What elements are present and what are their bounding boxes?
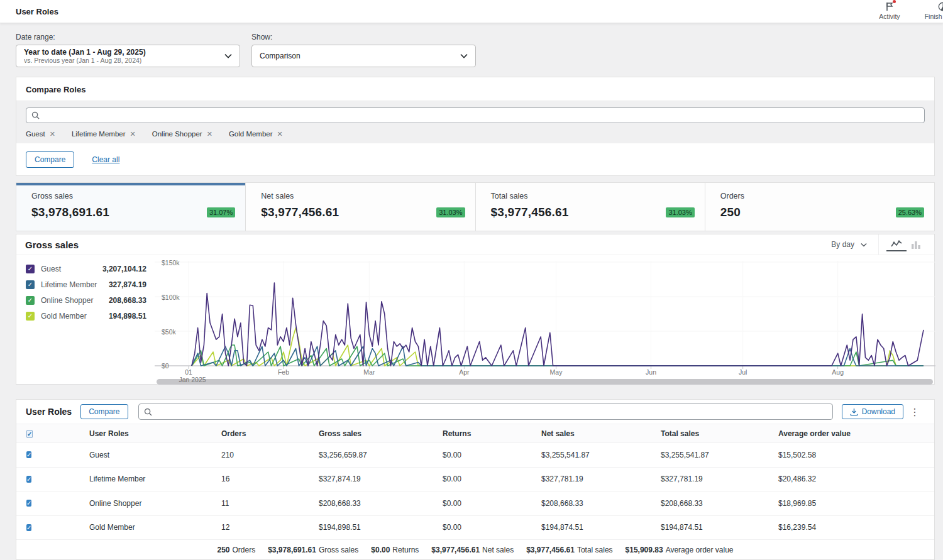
legend-value: 208,668.33 (109, 296, 146, 305)
column-header-user-roles[interactable]: User Roles (89, 429, 221, 438)
row-checkbox[interactable]: ✓ (26, 451, 31, 458)
remove-chip-icon[interactable]: ✕ (207, 131, 212, 138)
role-chip-label: Online Shopper (152, 130, 202, 138)
summary-label: Average order value (666, 546, 734, 554)
table-search-input[interactable] (156, 407, 827, 416)
legend-checkbox[interactable]: ✓ (26, 280, 35, 289)
bar-chart-toggle[interactable] (907, 238, 925, 251)
axis-tick-label: May (550, 368, 563, 376)
cell-aov: $15,502.58 (778, 451, 934, 459)
search-icon (144, 408, 152, 416)
axis-tick-label: $100k (162, 294, 180, 301)
show-select[interactable]: Comparison (251, 45, 476, 67)
column-header-gross-sales[interactable]: Gross sales (319, 429, 443, 438)
legend-item[interactable]: ✓Guest3,207,104.12 (16, 261, 155, 277)
column-header-total-sales[interactable]: Total sales (661, 429, 778, 438)
role-chip: Lifetime Member✕ (72, 130, 136, 138)
cell-name: Lifetime Member (89, 475, 221, 483)
delta-badge: 31.03% (666, 207, 694, 217)
date-range-select[interactable]: Year to date (Jan 1 - Aug 29, 2025) vs. … (16, 45, 240, 67)
delta-badge: 25.63% (896, 207, 924, 217)
show-label: Show: (251, 33, 476, 41)
row-checkbox[interactable]: ✓ (26, 476, 31, 483)
show-filter: Show: Comparison (251, 33, 476, 67)
legend-checkbox[interactable]: ✓ (26, 312, 35, 321)
tile-gross-sales[interactable]: Gross sales $3,978,691.61 31.07% (16, 183, 246, 231)
cell-name: Gold Member (89, 523, 221, 532)
table-search-box (138, 404, 833, 420)
cell-orders: 12 (221, 523, 319, 532)
legend-checkbox[interactable]: ✓ (26, 296, 35, 305)
line-chart-icon (891, 240, 902, 249)
tile-value: $3,977,456.61 (491, 206, 569, 219)
role-chip-label: Lifetime Member (72, 130, 126, 138)
cell-name: Guest (89, 451, 221, 459)
cell-gross: $194,898.51 (319, 523, 443, 532)
cell-orders: 11 (221, 499, 319, 508)
role-chip: Guest✕ (26, 130, 55, 138)
gross-sales-chart-panel: Gross sales By day ✓Guest3,207,104.12✓Li… (16, 234, 935, 385)
legend-value: 3,207,104.12 (102, 265, 146, 273)
axis-tick-label: Jul (739, 368, 747, 376)
legend-item[interactable]: ✓Gold Member194,898.51 (16, 308, 155, 324)
axis-tick-label: Jun (646, 368, 656, 376)
summary-value: $0.00 (371, 546, 390, 554)
axis-tick-label: Jan 2025 (179, 376, 206, 383)
cell-returns: $0.00 (443, 451, 541, 459)
finish-setup-button[interactable]: Finish setup (923, 1, 943, 20)
tile-net-sales[interactable]: Net sales $3,977,456.61 31.03% (246, 183, 475, 231)
line-chart-toggle[interactable] (886, 238, 907, 251)
axis-tick-label: Feb (278, 368, 289, 376)
column-header-orders[interactable]: Orders (221, 429, 319, 438)
chart-horizontal-scrollbar[interactable] (157, 379, 933, 385)
compare-search-input[interactable] (43, 111, 919, 120)
date-range-label: Date range: (16, 33, 240, 41)
column-header-net-sales[interactable]: Net sales (541, 429, 661, 438)
summary-item: $0.00Returns (371, 546, 419, 554)
tile-value: $3,977,456.61 (261, 206, 339, 219)
chevron-down-icon (460, 53, 468, 58)
role-chip-label: Guest (26, 130, 45, 138)
cell-gross: $3,256,659.87 (319, 451, 443, 459)
role-chip: Gold Member✕ (229, 130, 283, 138)
cell-net: $327,781.19 (541, 475, 661, 483)
cell-aov: $20,486.32 (778, 475, 934, 483)
legend-label: Guest (41, 265, 61, 273)
interval-select[interactable]: By day (831, 240, 867, 249)
tile-orders[interactable]: Orders 250 25.63% (705, 183, 934, 231)
column-header-average-order-value[interactable]: Average order value (778, 429, 934, 438)
table-menu-kebab-icon[interactable]: ⋮ (905, 406, 925, 418)
row-checkbox[interactable]: ✓ (26, 500, 31, 507)
remove-chip-icon[interactable]: ✕ (130, 131, 136, 138)
remove-chip-icon[interactable]: ✕ (277, 131, 283, 138)
chart-title: Gross sales (25, 239, 79, 250)
legend-value: 194,898.51 (109, 312, 146, 321)
column-header-returns[interactable]: Returns (443, 429, 541, 438)
divider (878, 234, 879, 255)
compare-roles-title: Compare Roles (16, 77, 934, 101)
summary-label: Orders (233, 546, 256, 554)
gross-sales-line-chart (155, 256, 935, 373)
download-button[interactable]: Download (842, 404, 903, 419)
activity-button[interactable]: Activity (870, 1, 909, 20)
tile-value: 250 (720, 206, 741, 219)
tile-total-sales[interactable]: Total sales $3,977,456.61 31.03% (476, 183, 705, 231)
summary-value: $3,977,456.61 (431, 546, 480, 554)
cell-total: $327,781.19 (661, 475, 778, 483)
clear-all-link[interactable]: Clear all (92, 155, 119, 164)
table-compare-button[interactable]: Compare (80, 404, 128, 419)
legend-item[interactable]: ✓Online Shopper208,668.33 (16, 292, 155, 308)
legend-checkbox[interactable]: ✓ (26, 265, 35, 273)
cell-net: $194,874.51 (541, 523, 661, 532)
select-all-checkbox[interactable]: ✓ (26, 430, 33, 438)
report-filters: Date range: Year to date (Jan 1 - Aug 29… (16, 33, 476, 67)
chart-legend: ✓Guest3,207,104.12✓Lifetime Member327,87… (16, 261, 155, 324)
row-checkbox[interactable]: ✓ (26, 524, 31, 531)
table-row: ✓Gold Member12$194,898.51$0.00$194,874.5… (16, 516, 934, 541)
axis-tick-label: $150k (162, 259, 180, 266)
page-title: User Roles (16, 7, 58, 16)
legend-item[interactable]: ✓Lifetime Member327,874.19 (16, 277, 155, 292)
remove-chip-icon[interactable]: ✕ (50, 131, 55, 138)
compare-button[interactable]: Compare (26, 151, 74, 168)
cell-aov: $16,239.54 (778, 523, 934, 532)
